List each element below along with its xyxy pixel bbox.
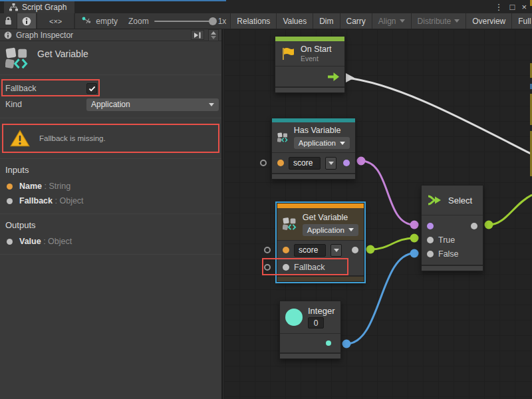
info-icon: [22, 17, 31, 26]
zoom-slider[interactable]: [154, 21, 213, 22]
graph-canvas[interactable]: On Start Event Has Variable: [224, 29, 532, 399]
kind-dropdown[interactable]: Application: [86, 98, 219, 111]
value-output-port[interactable]: [352, 247, 358, 253]
port-name: Fallback: [19, 196, 53, 205]
trigger-port-icon[interactable]: [328, 72, 339, 81]
inspector-title: Graph Inspector: [16, 31, 73, 40]
window-controls: ⋮ □ ×: [495, 0, 527, 13]
wire-endpoint-green: [366, 245, 375, 254]
maximize-icon[interactable]: □: [510, 3, 515, 11]
condition-port-row: [422, 219, 483, 233]
node-header: On Start Event: [275, 41, 344, 66]
node-title: On Start: [301, 45, 332, 54]
variable-name-dropdown-button[interactable]: [325, 157, 336, 170]
fallback-property-label: Fallback: [5, 84, 86, 93]
outputs-section-title: Outputs: [0, 214, 221, 234]
input-port-row: Name : String: [0, 179, 221, 194]
graph-node-icon: [82, 17, 92, 25]
align-button[interactable]: Align: [372, 13, 411, 29]
wire-select-output[interactable]: [489, 195, 532, 225]
variable-name-dropdown-button[interactable]: [331, 244, 342, 257]
node-title: Has Variable: [294, 126, 350, 135]
inspector-toggle-button[interactable]: [17, 13, 37, 29]
code-view-button[interactable]: <×>: [37, 13, 74, 29]
node-integer[interactable]: Integer 0: [279, 301, 341, 359]
kind-dropdown[interactable]: Application: [303, 224, 358, 236]
fullscreen-button[interactable]: Full Screen: [511, 13, 532, 29]
fallback-property-row: Fallback: [0, 80, 221, 96]
false-port-row: False: [422, 247, 483, 261]
overview-button[interactable]: Overview: [466, 13, 511, 29]
integer-output-port[interactable]: [326, 340, 331, 346]
node-colorbar: [275, 37, 344, 41]
toolbar-commands: Relations Values Dim Carry Align Distrib…: [230, 13, 532, 29]
wire-endpoint-green: [485, 221, 493, 229]
integer-literal-icon: [285, 309, 303, 326]
unit-title: Get Variable: [37, 47, 88, 59]
variable-name-field[interactable]: score: [294, 244, 326, 257]
flag-icon: [281, 47, 295, 61]
relations-button[interactable]: Relations: [230, 13, 276, 29]
connection-target-ring[interactable]: [264, 247, 271, 253]
lock-button[interactable]: [0, 13, 17, 29]
node-title: Get Variable: [303, 213, 358, 222]
port-type: : Object: [55, 196, 84, 205]
name-input-port[interactable]: [283, 247, 289, 253]
node-colorbar: [277, 203, 364, 208]
selection-output-port[interactable]: [471, 223, 477, 229]
wire-endpoint-green: [410, 234, 419, 243]
node-subtitle: Event: [301, 55, 332, 63]
zoom-value: 1x: [218, 17, 227, 26]
zoom-slider-handle[interactable]: [209, 17, 217, 25]
fallback-checkbox[interactable]: [86, 83, 97, 94]
node-select[interactable]: Select True False: [421, 185, 483, 271]
kind-property-label: Kind: [5, 100, 86, 109]
connection-target-ring[interactable]: [264, 264, 271, 271]
variables-icon: [277, 129, 289, 146]
tab-script-graph[interactable]: Script Graph: [4, 1, 74, 13]
node-has-variable[interactable]: Has Variable Application score: [271, 118, 356, 180]
node-get-variable[interactable]: Get Variable Application score Fallback: [277, 203, 364, 282]
port-type: : Object: [43, 237, 72, 246]
input-port-row: Fallback : Object: [0, 194, 221, 208]
wire-getvariable-to-true[interactable]: [370, 238, 414, 249]
inspector-scroll-arrows[interactable]: [208, 29, 219, 41]
values-button[interactable]: Values: [276, 13, 313, 29]
title-bar: Script Graph ⋮ □ ×: [0, 0, 532, 13]
wire-onstart[interactable]: [346, 78, 532, 154]
condition-input-port[interactable]: [427, 223, 434, 229]
name-input-port[interactable]: [277, 160, 284, 166]
kind-property-row: Kind Application: [0, 96, 221, 112]
carry-button[interactable]: Carry: [340, 13, 372, 29]
node-header: Select: [422, 186, 483, 215]
checkmark-icon: [88, 86, 96, 92]
kind-dropdown[interactable]: Application: [294, 137, 350, 149]
window-menu-icon[interactable]: ⋮: [495, 3, 503, 11]
wire-hasvariable-to-select[interactable]: [361, 161, 414, 225]
port-dot-gray: [7, 198, 13, 204]
node-header: Has Variable Application: [272, 122, 355, 152]
variable-name-field[interactable]: score: [289, 157, 321, 170]
unit-header: Get Variable: [0, 41, 221, 74]
chevron-down-icon: [209, 103, 214, 106]
close-icon[interactable]: ×: [521, 3, 527, 11]
port-name: Name: [19, 182, 42, 191]
scroll-down-icon[interactable]: [211, 36, 216, 39]
fallback-input-port[interactable]: [283, 264, 289, 271]
port-type: : String: [45, 182, 71, 191]
kind-value: Application: [91, 100, 205, 109]
fallback-port-label: Fallback: [294, 263, 325, 272]
dock-panel-button[interactable]: [191, 30, 204, 40]
result-output-port[interactable]: [343, 160, 350, 166]
integer-value-field[interactable]: 0: [308, 317, 324, 329]
node-footer: [275, 86, 344, 92]
node-title: Integer: [308, 306, 334, 316]
false-input-port[interactable]: [427, 251, 434, 257]
distribute-button[interactable]: Distribute: [411, 13, 466, 29]
name-port-row: score: [272, 153, 355, 173]
true-input-port[interactable]: [427, 237, 434, 243]
scroll-up-icon[interactable]: [211, 31, 216, 35]
node-on-start[interactable]: On Start Event: [275, 36, 345, 93]
connection-target-ring[interactable]: [260, 160, 267, 166]
dim-button[interactable]: Dim: [313, 13, 339, 29]
